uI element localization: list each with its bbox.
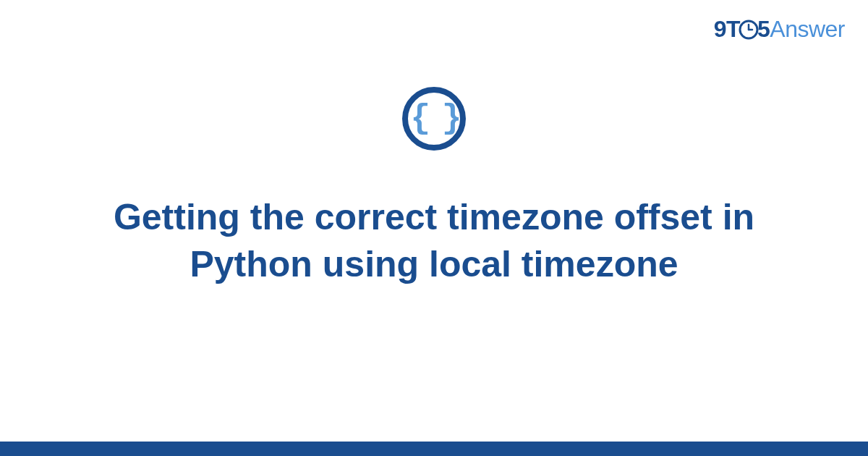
site-logo: 9T 5Answer: [714, 16, 845, 43]
logo-answer: Answer: [770, 16, 845, 42]
clock-icon: [739, 20, 759, 40]
footer-bar: [0, 442, 868, 456]
code-badge-icon: { }: [402, 87, 466, 151]
logo-5: 5: [757, 16, 770, 42]
logo-9: 9: [714, 16, 726, 42]
braces-icon: { }: [411, 100, 458, 138]
main-content: { } Getting the correct timezone offset …: [0, 87, 868, 288]
page-title: Getting the correct timezone offset in P…: [36, 194, 832, 288]
